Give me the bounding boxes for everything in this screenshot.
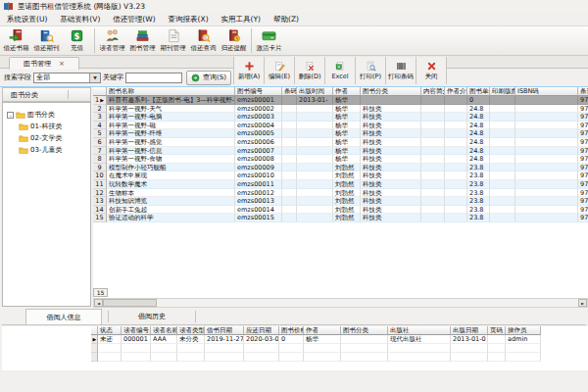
- toolbar-button[interactable]: 期刊管理: [158, 26, 188, 55]
- grid-row[interactable]: 15验证运动的科学emzs00015刘勃然科技类23.897: [93, 214, 588, 222]
- scroll-right-icon[interactable]: ►: [578, 299, 587, 307]
- grid-cell: 13: [93, 197, 107, 206]
- action-button[interactable]: Excel: [325, 57, 356, 84]
- borrower-grid-header-cell[interactable]: 图书分类: [341, 326, 388, 335]
- action-button[interactable]: 关闭: [416, 57, 447, 84]
- grid-row[interactable]: 11玩转数学魔术emzs00011刘勃然科技类23.897: [93, 180, 588, 189]
- toolbar-button[interactable]: 借还查询: [188, 26, 219, 55]
- grid-cell: [282, 172, 297, 180]
- horizontal-scrollbar[interactable]: ◄ ►: [93, 298, 588, 308]
- grid-row[interactable]: 9模型制作小轻巧舰船emzs00009刘勃然科技类23.897: [93, 164, 588, 172]
- grid-header-cell[interactable]: 条形码: [578, 87, 588, 96]
- search-field-select[interactable]: 全部 ▼: [33, 73, 101, 83]
- chevron-down-icon[interactable]: ▼: [89, 74, 100, 82]
- action-button[interactable]: 打印条码: [386, 57, 416, 84]
- scrollbar-thumb[interactable]: [103, 299, 157, 307]
- grid-row[interactable]: 13科技知识博览emzs00013刘勃然科技类23.897: [93, 197, 588, 206]
- tree-item[interactable]: 01-科技类: [3, 121, 90, 132]
- toolbar-button[interactable]: 归还提醒: [219, 26, 249, 55]
- borrow-query-icon: [196, 28, 211, 43]
- borrower-grid-header-cell[interactable]: 页码: [488, 326, 506, 335]
- grid-cell: 科技类: [361, 189, 421, 198]
- tree-expand-icon[interactable]: -: [7, 112, 14, 119]
- grid-cell: [515, 113, 578, 122]
- grid-row[interactable]: 6科学第一视野-感觉emzs00006杨华科技类24.897: [93, 138, 588, 147]
- toolbar-button[interactable]: 借还期刊: [31, 26, 62, 55]
- toolbar-button[interactable]: 图书管理: [127, 26, 158, 55]
- grid-cell: [297, 105, 333, 114]
- grid-header-cell[interactable]: 印刷版面: [490, 87, 515, 96]
- grid-cell: [421, 96, 445, 105]
- query-button[interactable]: 查询(S): [186, 71, 231, 85]
- grid-row[interactable]: 4科学第一视野-磁emzs00004杨华科技类24.897: [93, 122, 588, 130]
- toolbar-button-label: 借还查询: [191, 44, 217, 53]
- borrower-grid-cell: [279, 344, 304, 353]
- toolbar-button[interactable]: 充值: [62, 26, 92, 55]
- grid-row[interactable]: 10在魔术中展现emzs00010刘勃然科技类23.897: [93, 172, 588, 180]
- toolbar-button[interactable]: 借还书籍: [1, 26, 31, 55]
- grid-header-cell[interactable]: ISBN码: [515, 87, 578, 96]
- grid-row[interactable]: 5科学第一视野-纤维emzs00005杨华科技类24.897: [93, 129, 588, 138]
- toolbar-button[interactable]: 激活卡片: [254, 26, 284, 55]
- menu-item[interactable]: 基础资料(V): [60, 15, 100, 24]
- grid-row[interactable]: 3科学第一视野-电脑emzs00003杨华科技类24.897: [93, 113, 588, 122]
- borrower-grid-header-cell[interactable]: 操作员: [506, 326, 541, 335]
- borrower-grid-header-cell[interactable]: 读者类型: [177, 326, 205, 335]
- grid-header-cell[interactable]: 内容简介: [421, 87, 445, 96]
- grid-cell: [282, 122, 297, 130]
- tree-root-item[interactable]: -图书分类: [3, 109, 90, 121]
- borrower-grid-row[interactable]: ▶未还000001AAA未分类2019-11-27 12020-03-050杨华…: [91, 335, 588, 344]
- borrower-grid-row[interactable]: [91, 353, 588, 362]
- grid-row[interactable]: 1▶科普有趣系列-【正版图书-电】3—科学视野——电, 97876emzs000…: [93, 96, 588, 105]
- grid-header-cell[interactable]: 条码: [282, 87, 297, 96]
- grid-header-cell[interactable]: 图书名称: [107, 87, 235, 96]
- borrower-grid-header-cell[interactable]: 状态: [98, 326, 122, 335]
- menu-item[interactable]: 帮助(Z): [273, 15, 299, 24]
- borrower-grid-cell: [506, 344, 541, 353]
- borrower-grid-header-cell[interactable]: 读者编号: [122, 326, 151, 335]
- bottom-tab[interactable]: 借阅人信息: [25, 309, 102, 324]
- grid-header-cell[interactable]: 图书分类: [361, 87, 421, 96]
- grid-header-cell[interactable]: [93, 87, 107, 96]
- borrower-grid-cell: [488, 353, 506, 362]
- grid-cell: [515, 206, 578, 215]
- borrower-grid-row[interactable]: [91, 344, 588, 353]
- scroll-left-icon[interactable]: ◄: [94, 299, 103, 307]
- grid-header-cell[interactable]: 作者: [333, 87, 361, 96]
- grid-header-cell[interactable]: 图书单价: [467, 87, 490, 96]
- borrower-grid-header-cell[interactable]: 应还日期: [244, 326, 279, 335]
- menu-item[interactable]: 查询报表(X): [169, 15, 209, 24]
- grid-row[interactable]: 12生物标本emzs00012刘勃然科技类23.897: [93, 189, 588, 198]
- grid-cell: [445, 155, 467, 164]
- action-button[interactable]: 编辑(E): [265, 57, 295, 84]
- bottom-tab[interactable]: 借阅历史: [115, 309, 189, 324]
- borrower-grid-header-cell[interactable]: 图书价格: [279, 326, 304, 335]
- grid-cell: [282, 180, 297, 189]
- borrower-grid-header-cell[interactable]: 借书日期: [205, 326, 244, 335]
- borrower-grid-header-cell[interactable]: 出版日期: [451, 326, 488, 335]
- grid-header-cell[interactable]: 图书编号: [235, 87, 282, 96]
- menu-item[interactable]: 借还管理(W): [113, 15, 155, 24]
- menu-item[interactable]: 实用工具(Y): [221, 15, 261, 24]
- tab-close-icon[interactable]: ×: [59, 60, 65, 68]
- action-button[interactable]: 新增(A): [234, 57, 265, 84]
- tree-item[interactable]: 02-文学类: [3, 132, 90, 144]
- borrower-grid-header-cell[interactable]: 读者名称: [151, 326, 177, 335]
- borrower-grid-cell: [388, 344, 451, 353]
- toolbar-button[interactable]: 读者管理: [97, 26, 127, 55]
- borrower-grid-header-cell[interactable]: 出版社: [388, 326, 451, 335]
- menu-item[interactable]: 系统设置(U): [7, 15, 47, 24]
- grid-row[interactable]: 14创新手工兔起emzs00014刘勃然科技类23.897: [93, 206, 588, 215]
- grid-cell: [490, 147, 515, 156]
- grid-row[interactable]: 7科学第一视野-信息emzs00007杨华科技类24.897: [93, 147, 588, 156]
- grid-row[interactable]: 2科学第一视野-天气emzs00002杨华科技类24.897: [93, 105, 588, 114]
- borrower-grid-header-cell[interactable]: [91, 326, 98, 335]
- grid-row[interactable]: 8科学第一视野-食物emzs00008杨华科技类24.897: [93, 155, 588, 164]
- action-button[interactable]: 打印(P): [356, 57, 386, 84]
- action-button[interactable]: 删除(D): [295, 57, 325, 84]
- borrower-grid-header-cell[interactable]: 作者: [304, 326, 341, 335]
- grid-header-cell[interactable]: 作者介绍: [445, 87, 467, 96]
- tree-item[interactable]: 03-儿童类: [3, 144, 90, 156]
- grid-header-cell[interactable]: 出版时间: [297, 87, 333, 96]
- keyword-input[interactable]: [125, 73, 182, 83]
